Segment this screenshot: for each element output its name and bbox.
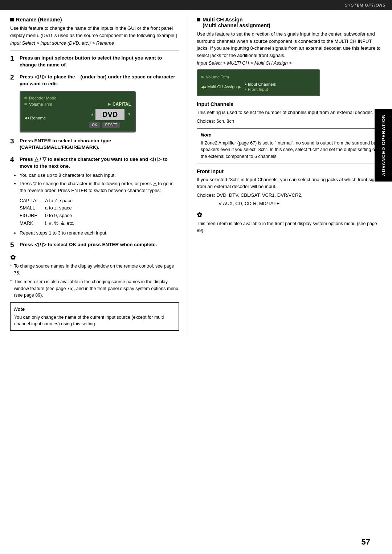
heading-square-icon-right — [197, 18, 200, 21]
step-4: 4 Press △ / ▽ to select the character yo… — [10, 156, 179, 236]
step-5: 5 Press ◁ / ▷ to select OK and press ENT… — [10, 241, 179, 248]
lcd-screen: Decoder Mode Volume Trim ▶ CAPITAL — [20, 91, 136, 133]
lcd-volume-row: Volume Trim ▶ CAPITAL — [24, 101, 131, 107]
step-1: 1 Press an input selector button to sele… — [10, 55, 179, 69]
sidebar-tab: ADVANCED OPERATION — [375, 109, 392, 182]
lcd-volume-label: Volume Trim — [29, 102, 52, 106]
chars-row-small: SMALL a to z, space — [20, 204, 179, 212]
front-input-heading: Front Input — [197, 168, 385, 174]
lcd-ok-btn: OK — [89, 122, 100, 128]
left-column: Rename (Rename) Use this feature to chan… — [10, 17, 188, 334]
step-5-header: 5 Press ◁ / ▷ to select OK and press ENT… — [10, 241, 179, 248]
chars-table: CAPITAL A to Z, space SMALL a to z, spac… — [10, 197, 179, 227]
rename-heading: Rename (Rename) — [10, 17, 179, 23]
lcd-decoder-label: Decoder Mode — [29, 96, 131, 100]
tip-icon-left: ✿ — [10, 253, 179, 261]
rename-desc: Use this feature to change the name of t… — [10, 25, 179, 39]
chars-capital-val: A to Z, space — [45, 197, 179, 205]
md-front-input-label: Front Input — [248, 87, 268, 91]
md-input-channels-item: ● Input Channels — [245, 82, 276, 86]
step-1-header: 1 Press an input selector button to sele… — [10, 55, 179, 69]
tip-2-text: This menu item is also available in the … — [14, 278, 179, 299]
note-box-right: Note If Zone2 Amplifier (page 67) is set… — [197, 128, 385, 163]
lcd-down-arrow: ▼ — [127, 113, 131, 116]
step-3-text: Press ENTER to select a character type (… — [20, 138, 179, 151]
tip-section-left: ✿ • To change source names in the displa… — [10, 253, 179, 299]
sidebar-text: ADVANCED OPERATION — [381, 114, 386, 176]
note-title-right: Note — [201, 131, 381, 139]
input-channels-heading: Input Channels — [197, 101, 385, 107]
page-footer: 57 — [0, 537, 392, 547]
lcd-rename-label: Rename — [30, 116, 86, 120]
step-2-header: 2 Press ◁ / ▷ to place the _ (under-bar)… — [10, 74, 179, 87]
md-input-channels-label: Input Channels — [248, 82, 276, 86]
tip-row-1: • To change source names in the display … — [10, 263, 179, 277]
multich-desc: Use this feature to set the direction of… — [197, 30, 385, 59]
rename-title: Rename (Rename) — [16, 17, 62, 23]
md-front-input-item: ● Front Input — [245, 87, 276, 91]
right-column: Multi CH Assign (Multi channel assignmen… — [188, 17, 385, 334]
lcd-capital-value: CAPITAL — [113, 102, 131, 107]
step-3-num: 3 — [10, 138, 17, 144]
tip-text-right: This menu item is also available in the … — [197, 220, 385, 234]
chars-small-val: a to z, space — [45, 204, 179, 212]
lcd-dot-2 — [24, 103, 27, 105]
lcd-arrow-up-icon: ▲ — [90, 113, 94, 116]
step-3: 3 Press ENTER to select a character type… — [10, 138, 179, 151]
step-5-num: 5 — [10, 241, 17, 248]
chars-mark-val: !, #, %, &, etc. — [45, 220, 179, 227]
step-1-text: Press an input selector button to select… — [20, 55, 179, 69]
divider-1 — [10, 50, 179, 50]
md-multich-label: Multi CH Assign — [207, 85, 237, 89]
bullet-tip-1-icon: • — [10, 263, 12, 268]
front-input-desc: If you selected "8ch" in Input Channels,… — [197, 176, 385, 190]
chars-row-mark: MARK !, #, %, &, etc. — [20, 220, 179, 227]
input-channels-choices: Choices: 6ch, 8ch — [197, 118, 385, 125]
system-options-header: SYSTEM OPTIONS — [345, 3, 385, 7]
input-channels-desc: This setting is used to select the numbe… — [197, 109, 385, 116]
chars-figure-key: FIGURE — [20, 212, 45, 220]
md-row-multich: ◀● Multi CH Assign ▶ ● Input Channels ● … — [201, 81, 316, 93]
lcd-reset-btn: RESET — [102, 122, 120, 128]
front-input-choices: Choices: DVD, DTV, CBL/SAT, VCR1, DVR/VC… — [197, 192, 385, 199]
md-arrow-right-icon: ▶ — [238, 85, 241, 89]
tip-row-2: • This menu item is also available in th… — [10, 278, 179, 299]
front-input-choices2: V-AUX, CD, CD-R, MD/TAPE — [197, 200, 385, 207]
lcd-decoder-row: Decoder Mode — [24, 95, 131, 101]
multich-title-line2: (Multi channel assignment) — [203, 23, 270, 28]
chars-capital-key: CAPITAL — [20, 197, 45, 205]
lcd-arrow-down-icon: ▼ — [127, 113, 131, 116]
step-4-num: 4 — [10, 156, 17, 163]
multich-title-line1: Multi CH Assign — [203, 17, 270, 23]
heading-square-icon — [10, 18, 14, 21]
chars-small-key: SMALL — [20, 204, 45, 212]
lcd-dvd-area: ▲ DVD ▼ OK RESET — [89, 108, 131, 128]
page-number: 57 — [362, 537, 370, 547]
chars-row-capital: CAPITAL A to Z, space — [20, 197, 179, 205]
chars-row-figure: FIGURE 0 to 9, space — [20, 212, 179, 220]
note-title-left: Note — [14, 306, 175, 313]
rename-path: Input Select > input source (DVD, etc.) … — [10, 40, 179, 46]
md-dot-volume — [201, 76, 204, 78]
multich-path: Input Select > MULTI CH > Multi CH Assig… — [197, 60, 385, 66]
lcd-dot-1 — [24, 97, 27, 99]
lcd-dvd-value: DVD — [95, 109, 124, 120]
step-1-num: 1 — [10, 55, 17, 62]
step-4-text: Press △ / ▽ to select the character you … — [20, 156, 179, 170]
step-4-last-bullet: Repeat steps 1 to 3 to rename each input… — [10, 229, 179, 237]
note-text-left: You can only change the name of the curr… — [14, 314, 175, 328]
bullet-tip-2-icon: • — [10, 278, 12, 284]
menu-diagram: Volume Trim ◀● Multi CH Assign ▶ ● Input… — [197, 69, 320, 96]
step-5-text: Press ◁ / ▷ to select OK and press ENTER… — [20, 241, 157, 248]
tip-icon-right: ✿ — [197, 211, 385, 219]
step-4-bullets: You can use up to 8 characters for each … — [10, 172, 179, 194]
main-content: Rename (Rename) Use this feature to chan… — [0, 10, 392, 342]
step-3-header: 3 Press ENTER to select a character type… — [10, 138, 179, 151]
bullet-4-last: Repeat steps 1 to 3 to rename each input… — [20, 229, 179, 237]
lcd-rename-row: ◀● Rename ▲ DVD ▼ — [24, 107, 131, 129]
note-text-right: If Zone2 Amplifier (page 67) is set to "… — [201, 140, 381, 160]
note-box-left: Note You can only change the name of the… — [10, 302, 179, 331]
chars-mark-key: MARK — [20, 220, 45, 227]
tip-1-text: To change source names in the display wi… — [14, 263, 179, 277]
chars-figure-val: 0 to 9, space — [45, 212, 179, 220]
